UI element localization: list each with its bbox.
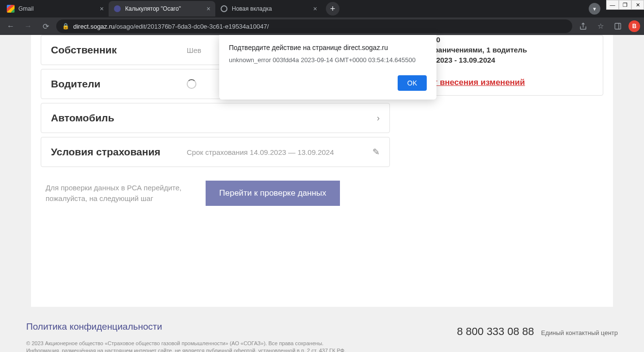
dialog-overlay: Подтвердите действие на странице direct.… [0,0,644,352]
alert-dialog: Подтвердите действие на странице direct.… [219,35,436,100]
dialog-message: unknown_error 003fdd4a 2023-09-14 GMT+00… [229,56,427,64]
dialog-title: Подтвердите действие на странице direct.… [229,44,427,51]
dialog-ok-button[interactable]: OK [398,75,427,91]
